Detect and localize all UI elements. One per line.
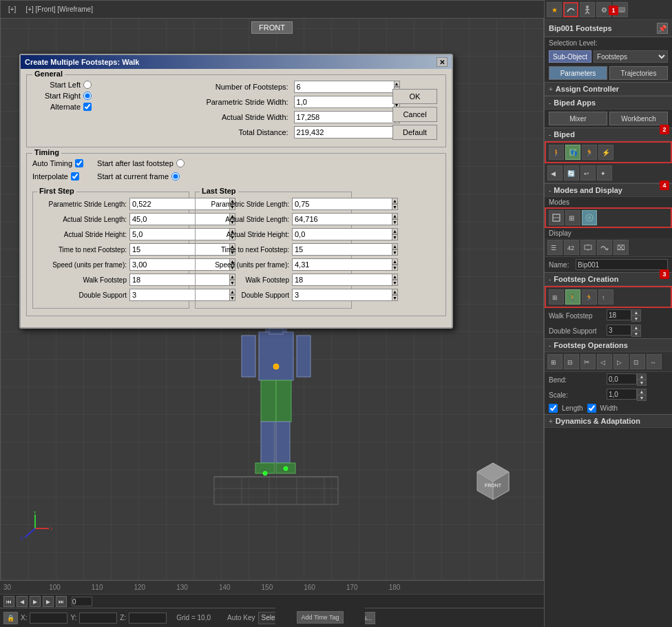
ls-psl-down[interactable]: ▼ [392, 204, 398, 210]
ls-speed-spinner[interactable]: ▲ ▼ [292, 258, 347, 271]
bend-spinner[interactable]: ▲ ▼ [607, 373, 648, 386]
walk-footstep-up[interactable]: ▲ [631, 309, 641, 316]
display-icon-4[interactable] [597, 240, 612, 255]
walk-footstep-down[interactable]: ▼ [631, 316, 641, 322]
total-distance-spinner[interactable]: ▲ ▼ [294, 126, 349, 138]
trajectories-tab[interactable]: Trajectories [609, 66, 668, 80]
fc-walk-icon[interactable]: 🚶 [565, 289, 580, 305]
lock-btn[interactable]: 🔒 [3, 612, 18, 624]
biped-section[interactable]: - Biped [545, 127, 672, 141]
display-icon-3[interactable] [580, 240, 596, 255]
play-btn[interactable]: ▶ [30, 596, 41, 607]
x-input[interactable] [30, 613, 67, 624]
go-end-btn[interactable]: ⏭ [56, 596, 67, 607]
ok-btn[interactable]: OK [392, 89, 437, 104]
actual-stride-width-spinner[interactable]: ▲ ▼ [294, 111, 349, 123]
ls-asl-input[interactable] [292, 213, 392, 225]
fc-icon-1[interactable]: ⊞ [549, 289, 564, 305]
fs-psl-spinner[interactable]: ▲ ▼ [129, 198, 185, 210]
mode-icon-1[interactable] [549, 210, 564, 225]
ls-ash-down[interactable]: ▼ [392, 234, 398, 240]
bend-up[interactable]: ▲ [637, 373, 647, 380]
ls-ds-input[interactable] [292, 289, 392, 301]
nav-cube[interactable]: FRONT [471, 460, 516, 506]
start-right-radio[interactable] [83, 92, 92, 100]
param-stride-width-spinner[interactable]: ▲ ▼ [294, 96, 349, 108]
width-checkbox[interactable] [587, 404, 596, 413]
add-time-tag-btn[interactable]: Add Time Tag [297, 611, 344, 624]
display-icon-5[interactable]: ⌧ [613, 240, 629, 255]
alternate-checkbox[interactable] [83, 103, 92, 111]
bend-input[interactable] [607, 373, 637, 384]
walk-footstep-spinner[interactable]: ▲ ▼ [607, 309, 641, 322]
ls-wf-down[interactable]: ▼ [392, 280, 398, 286]
star-icon[interactable]: ★ [547, 2, 562, 17]
ls-ds-up[interactable]: ▲ [392, 289, 398, 295]
fo-icon-2[interactable]: ⊟ [564, 354, 579, 369]
fo-icon-5[interactable]: ▷ [613, 354, 629, 369]
actual-stride-width-input[interactable] [294, 111, 394, 123]
double-support-up[interactable]: ▲ [631, 325, 641, 331]
dynamics-section[interactable]: + Dynamics & Adaptation [545, 414, 672, 428]
ls-ttn-up[interactable]: ▲ [392, 243, 398, 249]
ls-wf-input[interactable] [292, 274, 392, 286]
start-left-radio[interactable] [83, 81, 92, 89]
fs-speed-spinner[interactable]: ▲ ▼ [129, 258, 185, 271]
mixer-btn[interactable]: Mixer [549, 112, 607, 125]
fo-icon-7[interactable]: ↔ [647, 354, 662, 369]
display-icon-2[interactable]: 42 [564, 240, 579, 255]
y-input[interactable] [79, 613, 117, 624]
display-icon-1[interactable]: ☰ [547, 240, 563, 255]
double-support-spinner[interactable]: ▲ ▼ [607, 325, 641, 337]
prev-frame-btn[interactable]: ◀ [17, 596, 28, 607]
frame-input[interactable] [72, 597, 92, 606]
double-support-down[interactable]: ▼ [631, 331, 641, 337]
num-footsteps-up[interactable]: ▲ [394, 81, 400, 87]
start-after-radio[interactable] [176, 159, 185, 167]
total-distance-input[interactable] [294, 126, 394, 138]
scale-down[interactable]: ▼ [637, 395, 647, 401]
curve-icon[interactable] [563, 2, 578, 17]
fo-icon-4[interactable]: ◁ [597, 354, 612, 369]
biped-run-icon[interactable]: 🏃 [582, 145, 597, 160]
biped-icon-d[interactable]: ✦ [597, 165, 612, 181]
num-footsteps-spinner[interactable]: ▲ ▼ [294, 81, 349, 93]
assign-controller-section[interactable]: + Assign Controller [545, 82, 672, 96]
fs-asl-spinner[interactable]: ▲ ▼ [129, 213, 185, 225]
ls-wf-spinner[interactable]: ▲ ▼ [292, 274, 347, 286]
fo-icon-1[interactable]: ⊞ [547, 354, 563, 369]
fs-ttn-spinner[interactable]: ▲ ▼ [129, 243, 185, 256]
ls-speed-down[interactable]: ▼ [392, 265, 398, 271]
ls-psl-spinner[interactable]: ▲ ▼ [292, 198, 347, 210]
viewport-front[interactable]: [+] [Front] [Wireframe] [21, 3, 97, 15]
footsteps-select[interactable]: Footsteps [594, 50, 668, 63]
ls-asl-down[interactable]: ▼ [392, 219, 398, 225]
ls-speed-up[interactable]: ▲ [392, 258, 398, 265]
biped-footstep-icon[interactable]: 👣 [565, 145, 580, 160]
fo-icon-6[interactable]: ⊡ [630, 354, 645, 369]
z-input[interactable] [129, 613, 167, 624]
biped-apps-section[interactable]: - Biped Apps [545, 96, 672, 110]
sub-object-btn[interactable]: Sub-Object [549, 50, 591, 63]
walk-footstep-input[interactable] [607, 309, 631, 320]
biped-icon-a[interactable]: ◀ [547, 165, 563, 181]
ls-ash-input[interactable] [292, 228, 392, 240]
footstep-creation-section[interactable]: - Footstep Creation [545, 272, 672, 286]
mode-icon-active[interactable] [582, 210, 597, 225]
default-btn[interactable]: Default [392, 125, 437, 140]
fo-scissors-icon[interactable]: ✂ [580, 354, 596, 369]
footstep-operations-section[interactable]: - Footstep Operations [545, 338, 672, 352]
param-stride-width-input[interactable] [294, 96, 394, 108]
ls-ds-down[interactable]: ▼ [392, 295, 398, 301]
num-footsteps-input[interactable] [294, 81, 394, 93]
biped-motion-icon[interactable]: ⚡ [598, 145, 613, 160]
ls-ds-spinner[interactable]: ▲ ▼ [292, 289, 347, 301]
bend-down[interactable]: ▼ [637, 380, 647, 386]
ls-speed-input[interactable] [292, 258, 392, 271]
mode-icon-2[interactable]: ⊞ [565, 210, 580, 225]
cancel-btn[interactable]: Cancel [392, 107, 437, 122]
ls-asl-spinner[interactable]: ▲ ▼ [292, 213, 347, 225]
scale-input[interactable] [607, 389, 637, 400]
biped-icon-c[interactable]: ↩ [580, 165, 596, 181]
workbench-btn[interactable]: Workbench [609, 112, 668, 125]
